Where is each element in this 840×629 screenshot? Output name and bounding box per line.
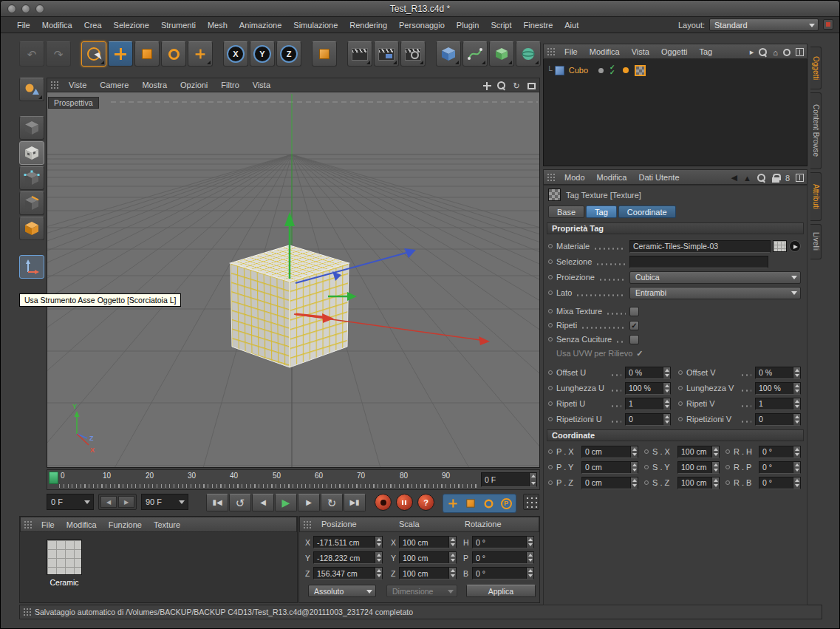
object-row-cubo[interactable]: └ Cubo ✓✓	[547, 64, 646, 76]
anim-dot[interactable]	[678, 401, 683, 406]
spinner[interactable]	[448, 537, 456, 548]
make-editable-button[interactable]	[19, 78, 44, 101]
menu-finestre[interactable]: Finestre	[518, 21, 559, 30]
rot-b-field[interactable]: 0 °	[472, 567, 534, 579]
menu-strumenti[interactable]: Strumenti	[155, 21, 202, 30]
key-scale-button[interactable]	[462, 495, 479, 511]
viewport-canvas[interactable]: Y Z X	[47, 92, 540, 468]
lock-x-button[interactable]: X	[223, 41, 248, 67]
anim-dot[interactable]	[678, 370, 683, 375]
om-menu-vista[interactable]: Vista	[626, 47, 655, 56]
previous-frame-button[interactable]: ◀	[252, 494, 274, 511]
anim-dot[interactable]	[548, 290, 553, 295]
vp-menu-vista[interactable]: Vista	[246, 81, 277, 89]
lock-z-button[interactable]: Z	[276, 41, 301, 67]
keyframe-grid-icon[interactable]	[523, 494, 539, 510]
om-target-icon[interactable]	[783, 49, 791, 56]
anim-dot[interactable]	[548, 309, 553, 313]
tab-tag[interactable]: Tag	[586, 205, 617, 218]
vp-maximize-icon[interactable]	[526, 81, 536, 91]
vp-menu-viste[interactable]: Viste	[62, 81, 93, 89]
proiezione-dropdown[interactable]: Cubica	[629, 271, 801, 284]
vp-menu-filtro[interactable]: Filtro	[214, 81, 245, 89]
play-backwards-button[interactable]: ↺	[229, 494, 251, 511]
render-view-button[interactable]	[347, 41, 372, 67]
spinner[interactable]	[448, 568, 456, 579]
render-settings-button[interactable]	[400, 41, 426, 67]
spinner[interactable]	[630, 462, 638, 473]
add-environment-button[interactable]	[516, 41, 541, 67]
spinner[interactable]	[630, 477, 638, 489]
materials-grip[interactable]	[24, 520, 33, 529]
vp-menu-mostra[interactable]: Mostra	[135, 81, 174, 89]
section-tag-properties[interactable]: Proprietà Tag	[547, 222, 804, 234]
am-back-icon[interactable]: ◀	[731, 173, 737, 183]
pos-y-field[interactable]: -128.232 cm	[313, 551, 383, 564]
move-tool-button[interactable]	[108, 41, 133, 67]
last-tool-button[interactable]	[188, 41, 213, 67]
om-menu-file[interactable]: File	[559, 47, 584, 56]
model-mode-button[interactable]	[19, 116, 44, 140]
anim-dot[interactable]	[548, 323, 553, 327]
spinner[interactable]	[630, 446, 638, 458]
menu-mesh[interactable]: Mesh	[202, 21, 233, 30]
anim-dot[interactable]	[548, 417, 553, 421]
apply-button[interactable]: Applica	[466, 585, 536, 597]
frame-spinner[interactable]	[529, 473, 536, 486]
anim-dot[interactable]	[548, 337, 553, 341]
anim-dot[interactable]	[548, 259, 553, 264]
timeline-marker[interactable]	[49, 472, 58, 484]
spinner[interactable]	[375, 537, 382, 548]
om-menu-modifica[interactable]: Modifica	[584, 47, 626, 56]
menu-simulazione[interactable]: Simulazione	[287, 21, 344, 30]
am-grip[interactable]	[547, 173, 556, 182]
pos-x-field[interactable]: -171.511 cm	[313, 536, 383, 548]
anim-dot[interactable]	[678, 386, 683, 390]
spinner[interactable]	[526, 552, 533, 563]
loop-button[interactable]: ↻	[321, 494, 343, 511]
am-menu-dati-utente[interactable]: Dati Utente	[633, 173, 686, 182]
anim-dot[interactable]	[725, 480, 730, 485]
vp-orbit-icon[interactable]: ↻	[511, 81, 522, 91]
menu-selezione[interactable]: Selezione	[108, 21, 155, 30]
offset-u-field[interactable]: 0 %	[625, 367, 671, 379]
sy-field[interactable]: 100 cm	[677, 461, 720, 474]
am-menu-modifica[interactable]: Modifica	[591, 173, 633, 182]
menu-file[interactable]: File	[11, 21, 36, 30]
mode-dropdown[interactable]: Assoluto	[308, 585, 376, 597]
anim-dot[interactable]	[548, 480, 553, 485]
anim-dot[interactable]	[644, 480, 649, 485]
rp-field[interactable]: 0 °	[759, 461, 801, 474]
am-link-icon[interactable]: 8	[785, 174, 790, 183]
menu-script[interactable]: Script	[485, 21, 517, 30]
ripeti-checkbox[interactable]: ✓	[629, 321, 639, 330]
polygons-mode-button[interactable]	[19, 217, 44, 240]
anim-dot[interactable]	[548, 449, 553, 454]
add-cube-button[interactable]	[436, 41, 461, 67]
menu-rendering[interactable]: Rendering	[344, 21, 393, 30]
mixa-texture-checkbox[interactable]	[629, 307, 639, 316]
coordinate-system-button[interactable]	[312, 41, 337, 67]
autokey-button[interactable]	[396, 494, 413, 511]
anim-dot[interactable]	[548, 244, 553, 248]
spinner[interactable]	[375, 568, 382, 579]
px-field[interactable]: 0 cm	[581, 446, 638, 458]
render-picture-viewer-button[interactable]	[374, 41, 399, 67]
keyframe-selection-button[interactable]: ?	[417, 494, 434, 511]
redo-button[interactable]: ↷	[46, 41, 71, 67]
object-tree[interactable]: └ Cubo ✓✓	[543, 59, 807, 166]
mat-menu-file[interactable]: File	[35, 520, 61, 529]
tab-coordinate[interactable]: Coordinate	[618, 205, 676, 218]
pos-z-field[interactable]: 156.347 cm	[313, 567, 383, 579]
anim-dot[interactable]	[725, 449, 730, 454]
menu-animazione[interactable]: Animazione	[233, 21, 287, 30]
anim-dot[interactable]	[548, 465, 553, 469]
material-thumbnail[interactable]	[47, 540, 82, 575]
vp-pan-icon[interactable]	[482, 81, 492, 91]
enable-dot-icon[interactable]	[598, 68, 604, 73]
om-menu-oggetti[interactable]: Oggetti	[655, 47, 693, 56]
am-lock-icon[interactable]	[772, 174, 779, 183]
spinner[interactable]	[448, 552, 456, 563]
materiale-field[interactable]: Ceramic-Tiles-Simple-03	[629, 240, 771, 253]
side-tab-content-browser[interactable]: Content Browse	[810, 92, 822, 169]
